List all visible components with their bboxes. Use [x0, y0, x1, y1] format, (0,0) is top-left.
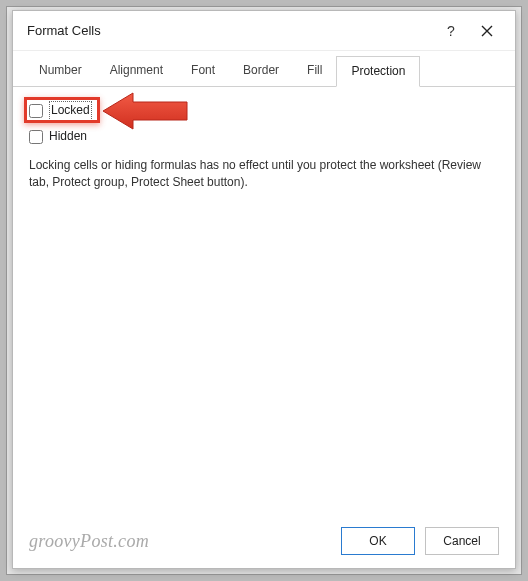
locked-checkbox[interactable]: [29, 104, 43, 118]
locked-checkbox-row: Locked: [29, 101, 499, 121]
dialog-titlebar: Format Cells ?: [13, 11, 515, 51]
tab-content-protection: Locked Hidden Locking cells or hiding fo…: [13, 87, 515, 514]
cancel-button[interactable]: Cancel: [425, 527, 499, 555]
hidden-checkbox[interactable]: [29, 130, 43, 144]
watermark-text: groovyPost.com: [29, 531, 331, 552]
close-icon: [481, 25, 493, 37]
hidden-label[interactable]: Hidden: [49, 128, 87, 145]
ok-button[interactable]: OK: [341, 527, 415, 555]
screenshot-background: Format Cells ? Number Alignment Font Bor…: [0, 0, 528, 581]
help-button[interactable]: ?: [433, 23, 469, 39]
dialog-title: Format Cells: [27, 23, 433, 38]
format-cells-dialog: Format Cells ? Number Alignment Font Bor…: [12, 10, 516, 569]
tab-strip: Number Alignment Font Border Fill Protec…: [13, 51, 515, 87]
close-button[interactable]: [469, 25, 505, 37]
tab-protection[interactable]: Protection: [336, 56, 420, 87]
dialog-footer: groovyPost.com OK Cancel: [13, 514, 515, 568]
protection-hint-text: Locking cells or hiding formulas has no …: [29, 157, 489, 192]
tab-border[interactable]: Border: [229, 56, 293, 87]
tab-font[interactable]: Font: [177, 56, 229, 87]
hidden-checkbox-row: Hidden: [29, 127, 499, 147]
tab-fill[interactable]: Fill: [293, 56, 336, 87]
tab-number[interactable]: Number: [25, 56, 96, 87]
locked-label[interactable]: Locked: [49, 101, 92, 120]
tab-alignment[interactable]: Alignment: [96, 56, 177, 87]
